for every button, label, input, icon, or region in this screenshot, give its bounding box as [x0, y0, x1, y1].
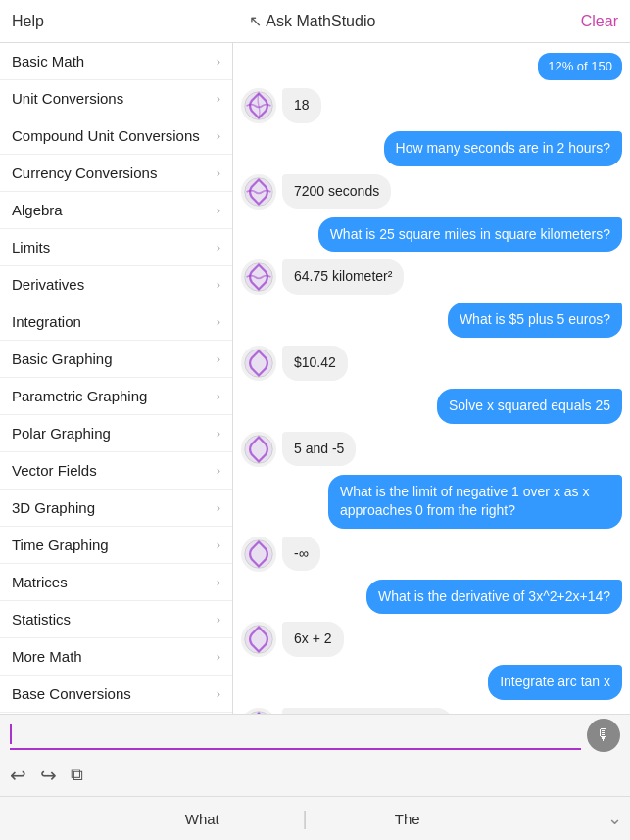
suggestion-what[interactable]: What: [108, 811, 296, 827]
bot-bubble: $10.42: [282, 346, 348, 381]
undo-icon[interactable]: ↩: [10, 764, 26, 787]
sidebar-item-basic-graphing[interactable]: Basic Graphing›: [0, 341, 232, 378]
msg-row: What is 25 square miles in square kilome…: [241, 217, 622, 253]
sidebar-item-basic-math[interactable]: Basic Math›: [0, 43, 232, 80]
sidebar-item-label: Derivatives: [12, 276, 84, 293]
bot-avatar: [241, 537, 276, 572]
sidebar-item-time-graphing[interactable]: Time Graphing›: [0, 527, 232, 564]
bot-avatar: [241, 88, 276, 123]
sidebar-item-label: Time Graphing: [12, 537, 109, 553]
sidebar-item-label: Vector Fields: [12, 462, 97, 479]
bot-bubble: 64.75 kilometer²: [282, 259, 404, 295]
msg-row: 6x + 2: [241, 622, 622, 657]
user-bubble: Integrate arc tan x: [488, 665, 622, 700]
chevron-right-icon: ›: [217, 612, 220, 627]
sidebar-item-label: Unit Conversions: [12, 90, 123, 107]
user-bubble: Solve x squared equals 25: [437, 389, 622, 424]
sidebar: Basic Math›Unit Conversions›Compound Uni…: [0, 43, 233, 714]
sidebar-item-label: Basic Graphing: [12, 350, 113, 367]
msg-row: What is the limit of negative 1 over x a…: [241, 475, 622, 529]
sidebar-item-parametric-graphing[interactable]: Parametric Graphing›: [0, 378, 232, 415]
sidebar-item-vector-fields[interactable]: Vector Fields›: [0, 452, 232, 490]
chevron-right-icon: ›: [217, 463, 220, 478]
top-bar: Help ↖ Ask MathStudio Clear: [0, 0, 630, 43]
sidebar-item-more-math[interactable]: More Math›: [0, 638, 232, 676]
user-bubble: What is 25 square miles in square kilome…: [318, 217, 622, 253]
sidebar-item-label: Limits: [12, 239, 50, 256]
clear-button[interactable]: Clear: [581, 13, 618, 30]
chevron-right-icon: ›: [217, 203, 220, 217]
mic-button[interactable]: 🎙: [587, 719, 620, 752]
msg-row: 64.75 kilometer²: [241, 259, 622, 295]
msg-row: How many seconds are in 2 hours?: [241, 131, 622, 166]
bot-avatar: [241, 432, 276, 467]
bot-avatar: [241, 259, 276, 295]
sidebar-item-label: Basic Math: [12, 53, 84, 70]
chevron-right-icon: ›: [217, 389, 220, 403]
sidebar-item-label: More Math: [12, 648, 82, 665]
msg-row: 5 and -5: [241, 432, 622, 467]
redo-icon[interactable]: ↪: [40, 764, 57, 787]
bot-bubble: -∞: [282, 537, 320, 572]
sidebar-item-label: Parametric Graphing: [12, 388, 147, 404]
sidebar-item-label: Compound Unit Conversions: [12, 127, 200, 144]
sidebar-item-label: Base Conversions: [12, 685, 131, 702]
bot-bubble: 5 and -5: [282, 432, 356, 467]
sidebar-item-label: Polar Graphing: [12, 425, 111, 442]
chevron-right-icon: ›: [217, 277, 220, 292]
sidebar-item-unit-conversions[interactable]: Unit Conversions›: [0, 80, 232, 117]
chevron-right-icon: ›: [217, 165, 220, 180]
sidebar-item-statistics[interactable]: Statistics›: [0, 601, 232, 638]
chevron-right-icon: ›: [217, 314, 220, 329]
sidebar-item-label: Statistics: [12, 611, 71, 628]
bot-avatar: [241, 622, 276, 657]
copy-icon[interactable]: ⧉: [71, 765, 83, 785]
chat-title: Ask MathStudio: [266, 13, 375, 30]
sidebar-item-polar-graphing[interactable]: Polar Graphing›: [0, 415, 232, 452]
sidebar-item-matrices[interactable]: Matrices›: [0, 564, 232, 601]
msg-row: 18: [241, 88, 622, 123]
bot-avatar: [241, 174, 276, 210]
msg-row: What is the derivative of 3x^2+2x+14?: [241, 580, 622, 615]
sidebar-item-3d-graphing[interactable]: 3D Graphing›: [0, 490, 232, 527]
msg-row: Solve x squared equals 25: [241, 389, 622, 424]
msg-row: 7200 seconds: [241, 174, 622, 210]
sidebar-item-base-conversions[interactable]: Base Conversions›: [0, 676, 232, 713]
user-bubble: What is the derivative of 3x^2+2x+14?: [366, 580, 622, 615]
msg-row: What is $5 plus 5 euros?: [241, 303, 622, 338]
main-layout: Basic Math›Unit Conversions›Compound Uni…: [0, 43, 630, 714]
sidebar-item-derivatives[interactable]: Derivatives›: [0, 266, 232, 303]
sidebar-item-label: 3D Graphing: [12, 499, 95, 516]
chevron-right-icon: ›: [217, 351, 220, 366]
sidebar-item-compound-unit-conversions[interactable]: Compound Unit Conversions›: [0, 117, 232, 155]
chevron-right-icon: ›: [217, 575, 220, 589]
user-bubble: What is $5 plus 5 euros?: [448, 303, 622, 338]
bot-avatar: [241, 346, 276, 381]
sidebar-item-limits[interactable]: Limits›: [0, 229, 232, 266]
sidebar-item-label: Integration: [12, 313, 81, 330]
keyboard-expand-icon[interactable]: ⌄: [607, 808, 622, 829]
chevron-right-icon: ›: [217, 240, 220, 255]
help-label: Help: [12, 13, 44, 30]
bot-bubble: 18: [282, 88, 321, 123]
keyboard-suggestions: What | The ⌄: [0, 797, 630, 840]
chevron-right-icon: ›: [217, 426, 220, 441]
msg-row: -∞: [241, 537, 622, 572]
msg-row: Integrate arc tan x: [241, 665, 622, 700]
chevron-right-icon: ›: [217, 537, 220, 552]
sidebar-item-label: Currency Conversions: [12, 164, 157, 181]
sidebar-item-integration[interactable]: Integration›: [0, 303, 232, 341]
suggestion-the[interactable]: The: [314, 811, 502, 827]
bot-bubble: 6x + 2: [282, 622, 344, 657]
chevron-right-icon: ›: [217, 91, 220, 106]
sidebar-item-currency-conversions[interactable]: Currency Conversions›: [0, 155, 232, 192]
cursor-icon: ↖: [249, 12, 262, 30]
sidebar-item-algebra[interactable]: Algebra›: [0, 192, 232, 229]
chat-area[interactable]: 12% of 150 18 How many seconds are in 2 …: [233, 43, 630, 714]
chevron-right-icon: ›: [217, 54, 220, 69]
user-bubble: How many seconds are in 2 hours?: [384, 131, 622, 166]
bottom-toolbar: ↩ ↪ ⧉: [0, 754, 630, 797]
chevron-right-icon: ›: [217, 686, 220, 701]
chevron-right-icon: ›: [217, 500, 220, 515]
bot-bubble: 7200 seconds: [282, 174, 391, 210]
